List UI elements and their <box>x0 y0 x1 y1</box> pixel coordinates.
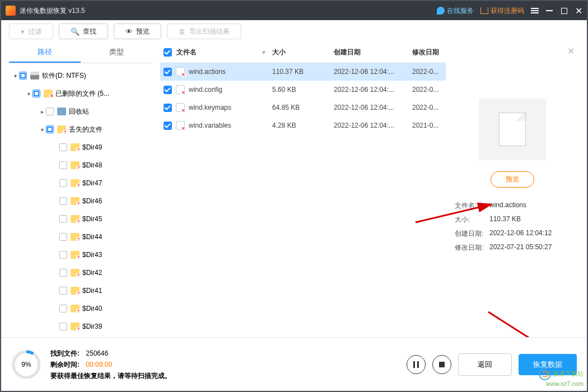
checkbox[interactable] <box>59 305 67 312</box>
chat-icon <box>437 7 445 15</box>
checkbox[interactable] <box>32 90 40 97</box>
folder-unknown-icon <box>71 287 80 295</box>
checkbox[interactable] <box>46 125 54 133</box>
register-link[interactable]: 获得注册码 <box>480 6 524 16</box>
table-row[interactable]: wind.keymaps 64.85 KB 2022-12-06 12:04:.… <box>160 99 446 116</box>
tab-type[interactable]: 类型 <box>81 43 152 63</box>
recycle-icon <box>57 108 66 115</box>
tree-label: 回收站 <box>69 107 89 116</box>
export-button[interactable]: 🗎导出扫描结果 <box>167 24 241 39</box>
chevron-down-icon[interactable]: ▾ <box>11 73 19 79</box>
tree[interactable]: ▾ 软件(D: NTFS) ▾ 已删除的文件 (5... ▸ 回收站 ▾ <box>9 63 152 334</box>
tree-node-dir[interactable]: $Dir45 <box>9 210 152 228</box>
search-label: 查找 <box>83 27 96 36</box>
stop-button[interactable] <box>432 355 451 374</box>
tab-path[interactable]: 路径 <box>9 43 81 63</box>
tree-node-dir[interactable]: $Dir40 <box>9 300 152 318</box>
checkbox[interactable] <box>19 72 27 80</box>
tree-node-dir[interactable]: $Dir43 <box>9 246 152 264</box>
close-preview-button[interactable]: ✕ <box>567 46 575 57</box>
tree-node-dir[interactable]: $Dir42 <box>9 264 152 282</box>
tree-label: $Dir39 <box>82 323 102 330</box>
checkbox[interactable] <box>59 323 67 330</box>
tree-node-dir[interactable]: $Dir49 <box>9 138 152 156</box>
checkbox[interactable] <box>59 233 67 241</box>
back-button[interactable]: 返回 <box>458 353 512 376</box>
checkbox[interactable] <box>59 287 67 295</box>
register-label: 获得注册码 <box>491 6 524 16</box>
file-icon <box>499 113 526 146</box>
checkbox[interactable] <box>164 122 172 130</box>
meta-value-modified: 2022-07-21 05:50:27 <box>489 243 570 253</box>
checkbox[interactable] <box>59 161 67 169</box>
tree-node-drive[interactable]: ▾ 软件(D: NTFS) <box>9 67 152 85</box>
pause-button[interactable] <box>407 355 426 374</box>
folder-unknown-icon <box>71 179 80 187</box>
tree-node-lost[interactable]: ▾ 丢失的文件 <box>9 120 152 138</box>
maximize-button[interactable] <box>560 7 568 15</box>
minimize-button[interactable] <box>545 7 553 15</box>
checkbox[interactable] <box>59 251 67 259</box>
preview-button[interactable]: 预览 <box>491 171 534 188</box>
checkbox[interactable] <box>46 108 54 115</box>
file-name: wind.actions <box>189 68 226 76</box>
checkbox[interactable] <box>59 179 67 187</box>
tree-node-dir[interactable]: $Dir44 <box>9 228 152 246</box>
tree-panel: 路径 类型 ▾ 软件(D: NTFS) ▾ 已删除的文件 (5... ▸ 回收站 <box>9 43 152 334</box>
app-title: 迷你兔数据恢复 v13.5 <box>20 6 437 16</box>
tree-label: $Dir49 <box>82 143 102 151</box>
file-deleted-icon <box>176 67 185 76</box>
tree-node-dir[interactable]: $Dir39 <box>9 318 152 334</box>
col-created[interactable]: 创建日期 <box>334 48 412 57</box>
tree-node-dir[interactable]: $Dir48 <box>9 156 152 174</box>
folder-deleted-icon <box>44 90 53 97</box>
file-list: 文件名 ▼ 大小 创建日期 修改日期 wind.actions 110.37 K… <box>160 43 446 334</box>
checkbox[interactable] <box>59 197 67 205</box>
table-row[interactable]: wind.variables 4.28 KB 2022-12-06 12:04:… <box>160 116 446 134</box>
chevron-down-icon[interactable]: ▾ <box>25 91 32 97</box>
file-deleted-icon <box>176 103 185 112</box>
tree-node-recycle[interactable]: ▸ 回收站 <box>9 102 152 120</box>
folder-unknown-icon <box>71 143 80 151</box>
sort-icon[interactable]: ▼ <box>261 49 267 55</box>
progress-percent: 9% <box>11 349 41 380</box>
search-button[interactable]: 🔍查找 <box>59 24 108 39</box>
menu-button[interactable] <box>531 7 539 15</box>
file-created: 2022-12-06 12:04:... <box>334 86 412 94</box>
checkbox[interactable] <box>59 215 67 223</box>
recover-button[interactable]: 恢复数据 <box>519 354 577 375</box>
meta-label-created: 创建日期: <box>455 229 489 239</box>
table-row[interactable]: wind.actions 110.37 KB 2022-12-06 12:04:… <box>160 63 446 81</box>
table-row[interactable]: wind.config 5.60 KB 2022-12-06 12:04:...… <box>160 81 446 99</box>
tree-node-deleted[interactable]: ▾ 已删除的文件 (5... <box>9 85 152 102</box>
titlebar: 迷你兔数据恢复 v13.5 在线服务 获得注册码 ✕ <box>1 1 587 20</box>
checkbox[interactable] <box>59 143 67 151</box>
tree-node-dir[interactable]: $Dir46 <box>9 192 152 210</box>
filter-icon: ▾ <box>21 27 25 36</box>
file-size: 4.28 KB <box>272 122 334 129</box>
file-modified: 2022-0... <box>412 68 446 76</box>
filter-button[interactable]: ▾过滤 <box>9 24 53 39</box>
col-modified[interactable]: 修改日期 <box>412 48 446 57</box>
checkbox-all[interactable] <box>164 48 172 57</box>
tree-node-dir[interactable]: $Dir41 <box>9 282 152 300</box>
checkbox[interactable] <box>164 68 172 76</box>
export-label: 导出扫描结果 <box>189 27 230 36</box>
checkbox[interactable] <box>59 269 67 277</box>
toolbar: ▾过滤 🔍查找 👁预览 🗎导出扫描结果 <box>1 20 587 43</box>
folder-unknown-icon <box>71 305 80 312</box>
folder-lost-icon <box>57 125 66 133</box>
checkbox[interactable] <box>164 86 172 94</box>
chevron-right-icon[interactable]: ▸ <box>38 109 46 115</box>
col-size[interactable]: 大小 <box>272 48 334 57</box>
checkbox[interactable] <box>164 104 172 112</box>
preview-toolbar-button[interactable]: 👁预览 <box>114 24 161 39</box>
menu-icon <box>531 8 539 13</box>
col-name[interactable]: 文件名 <box>176 48 197 57</box>
tree-node-dir[interactable]: $Dir47 <box>9 174 152 192</box>
close-button[interactable]: ✕ <box>575 7 582 15</box>
tree-label: $Dir47 <box>82 179 102 187</box>
folder-unknown-icon <box>71 215 80 223</box>
chevron-down-icon[interactable]: ▾ <box>38 127 46 133</box>
online-service-link[interactable]: 在线服务 <box>437 6 474 16</box>
